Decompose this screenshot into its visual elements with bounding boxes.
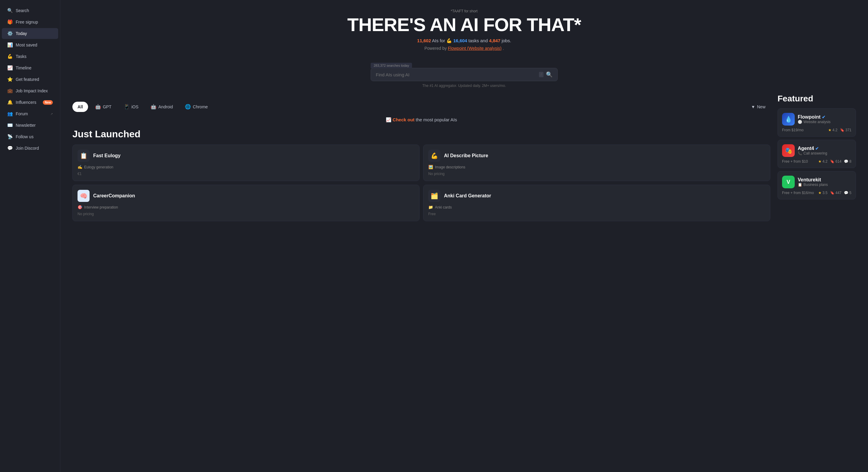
right-sidebar: Featured 💧 Flowpoint ✔ ⚪ Website analysi… (777, 94, 856, 221)
sidebar-item-job-impact[interactable]: 💼 Job Impact Index (2, 85, 58, 96)
sidebar-label-newsletter: Newsletter (16, 123, 53, 128)
powered-link[interactable]: Flowpoint (Website analysis) (448, 46, 501, 51)
featured-card-flowpoint[interactable]: 💧 Flowpoint ✔ ⚪ Website analysis From $1… (777, 108, 856, 137)
sidebar-label-timeline: Timeline (16, 65, 53, 70)
filter-tab-chrome[interactable]: 🌐 Chrome (180, 101, 213, 112)
featured-category-venturekit: 📋 Business plans (798, 183, 828, 187)
search-icon[interactable]: 🔍 (546, 71, 553, 78)
filter-label-gpt: GPT (103, 105, 112, 109)
left-content: All 🤖 GPT 📱 iOS 🤖 Android 🌐 Chrome ▼New … (72, 94, 770, 221)
sidebar-item-join-discord[interactable]: 💬 Join Discord (2, 143, 58, 154)
powered-suffix: . (503, 46, 504, 51)
sidebar-item-free-signup[interactable]: 🎁 Free signup (2, 17, 58, 27)
just-launched-section: Just Launched 📋 Fast Eulogy ✍️ Eulogy ge… (72, 128, 770, 221)
tool-name-ai-describe-picture: AI Describe Picture (444, 153, 488, 158)
featured-list: 💧 Flowpoint ✔ ⚪ Website analysis From $1… (777, 108, 856, 200)
featured-icon-agent4: 🎭 (782, 144, 795, 157)
featured-footer-agent4: Free + from $10 ★ 4.2 🔖 614 💬 8 (782, 159, 851, 164)
featured-rating-venturekit: ★ 3.5 🔖 447 💬 5 (818, 191, 851, 195)
sidebar-icon-newsletter: ✉️ (7, 122, 13, 128)
sidebar-label-join-discord: Join Discord (16, 146, 53, 151)
tool-card-anki-card-generator[interactable]: 🗂️ Anki Card Generator 📁 Anki cards Free (423, 185, 770, 221)
sidebar-icon-job-impact: 💼 (7, 88, 13, 93)
tool-tag-label-career-companion: Interview preparation (84, 205, 118, 209)
featured-price-flowpoint: From $19/mo (782, 128, 803, 132)
sidebar: 🔍 Search 🎁 Free signup ⚙️ Today 📊 Most s… (0, 0, 60, 472)
sidebar-item-search[interactable]: 🔍 Search (2, 5, 58, 16)
taaft-tagline: *TAAFT for short (72, 9, 856, 13)
sidebar-label-free-signup: Free signup (16, 20, 53, 25)
tool-icon-anki-card-generator: 🗂️ (428, 190, 440, 202)
section-title-just-launched: Just Launched (72, 128, 770, 140)
sidebar-label-job-impact: Job Impact Index (16, 88, 53, 93)
category-icon-flowpoint: ⚪ (798, 120, 802, 124)
sidebar-icon-follow-us: 📡 (7, 134, 13, 140)
featured-comments-agent4: 💬 8 (844, 159, 851, 164)
filter-label-all: All (78, 105, 83, 109)
featured-price-venturekit: Free + from $16/mo (782, 191, 814, 195)
sidebar-label-search: Search (16, 8, 53, 13)
filter-tab-all[interactable]: All (72, 102, 88, 112)
search-slash-hint: / (539, 72, 544, 77)
filter-tab-gpt[interactable]: 🤖 GPT (90, 101, 117, 112)
featured-card-agent4[interactable]: 🎭 Agent4 ✔ 📞 Call answering Free + from … (777, 140, 856, 168)
sidebar-item-today[interactable]: ⚙️ Today (2, 28, 58, 39)
featured-card-venturekit[interactable]: V Venturekit 📋 Business plans Free + fro… (777, 171, 856, 200)
featured-footer-venturekit: Free + from $16/mo ★ 3.5 🔖 447 💬 5 (782, 191, 851, 195)
category-icon-venturekit: 📋 (798, 183, 802, 187)
tasks-count: 16,604 (453, 38, 467, 43)
ai-label: AIs for 💪 (432, 38, 453, 43)
search-input[interactable] (376, 72, 539, 77)
filter-icon-chrome: 🌐 (185, 104, 191, 110)
filter-tab-android[interactable]: 🤖 Android (145, 101, 178, 112)
featured-saves-venturekit: 🔖 447 (830, 191, 841, 195)
tool-card-ai-describe-picture[interactable]: 💪 AI Describe Picture 🖼️ Image descripti… (423, 145, 770, 181)
verified-badge-flowpoint: ✔ (822, 115, 826, 119)
header: *TAAFT for short THERE'S AN AI FOR THAT*… (72, 6, 856, 57)
filter-label-chrome: Chrome (193, 105, 208, 109)
sidebar-item-get-featured[interactable]: ⭐ Get featured (2, 74, 58, 85)
featured-name-agent4: Agent4 ✔ (798, 146, 827, 151)
sidebar-icon-timeline: 📈 (7, 65, 13, 70)
featured-rating-agent4: ★ 4.2 🔖 614 💬 8 (818, 159, 851, 164)
check-out-suffix: the most popular AIs (416, 117, 457, 122)
tool-tag-anki-card-generator: 📁 Anki cards (428, 205, 765, 209)
sidebar-label-get-featured: Get featured (16, 77, 53, 82)
filter-icon-gpt: 🤖 (95, 104, 101, 110)
sidebar-item-follow-us[interactable]: 📡 Follow us (2, 131, 58, 142)
featured-category-agent4: 📞 Call answering (798, 151, 827, 155)
sidebar-icon-forum: 👥 (7, 111, 13, 117)
sidebar-item-forum[interactable]: 👥 Forum ↗ (2, 108, 58, 119)
filter-tab-ios[interactable]: 📱 iOS (119, 101, 144, 112)
tool-tag-icon-ai-describe-picture: 🖼️ (428, 165, 433, 169)
category-label-flowpoint: Website analysis (803, 120, 831, 124)
tool-name-anki-card-generator: Anki Card Generator (444, 193, 491, 199)
tool-tag-label-anki-card-generator: Anki cards (435, 205, 452, 209)
category-icon-agent4: 📞 (798, 151, 802, 155)
tool-price-career-companion: No pricing (78, 212, 414, 216)
sidebar-label-most-saved: Most saved (16, 42, 53, 48)
sidebar-item-timeline[interactable]: 📈 Timeline (2, 62, 58, 73)
featured-star-flowpoint: ★ 4.2 (828, 128, 838, 132)
new-filter-button[interactable]: ▼New (746, 102, 770, 112)
tool-tag-icon-anki-card-generator: 📁 (428, 205, 433, 209)
tool-price-anki-card-generator: Free (428, 212, 765, 216)
featured-icon-venturekit: V (782, 176, 795, 188)
chart-icon: 📈 (386, 117, 392, 122)
external-icon-forum: ↗ (50, 112, 53, 116)
sidebar-item-influencers[interactable]: 🔔 Influencers New (2, 97, 58, 108)
search-input-wrap: / 🔍 (371, 68, 558, 81)
filter-icon-ios: 📱 (124, 104, 130, 110)
stats-line: 11,602 AIs for 💪 16,604 tasks and 4,847 … (72, 38, 856, 43)
tool-tag-career-companion: 🎯 Interview preparation (78, 205, 414, 209)
featured-rating-flowpoint: ★ 4.2 🔖 371 (828, 128, 851, 132)
tool-card-fast-eulogy[interactable]: 📋 Fast Eulogy ✍️ Eulogy generation €1 (72, 145, 420, 181)
sidebar-item-most-saved[interactable]: 📊 Most saved (2, 39, 58, 50)
sidebar-item-tasks[interactable]: 💪 Tasks (2, 51, 58, 62)
sidebar-item-newsletter[interactable]: ✉️ Newsletter (2, 120, 58, 131)
check-out-link[interactable]: Check out (393, 117, 415, 122)
jobs-label: jobs. (501, 38, 511, 43)
sidebar-icon-most-saved: 📊 (7, 42, 13, 48)
tool-card-career-companion[interactable]: 🧠 CareerCompanion 🎯 Interview preparatio… (72, 185, 420, 221)
tool-tag-icon-career-companion: 🎯 (78, 205, 82, 209)
